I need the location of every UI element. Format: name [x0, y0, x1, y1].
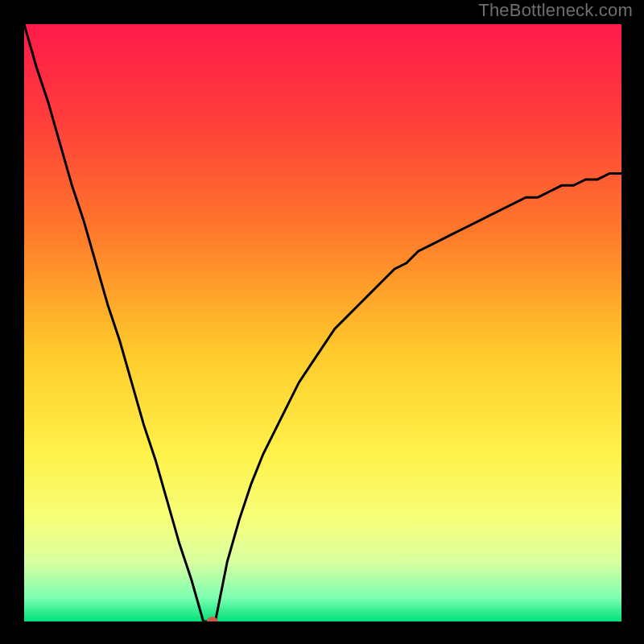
plot-area: [24, 24, 621, 621]
bottleneck-chart: [24, 24, 621, 621]
watermark-text: TheBottleneck.com: [478, 0, 633, 21]
chart-frame: TheBottleneck.com: [0, 0, 644, 644]
